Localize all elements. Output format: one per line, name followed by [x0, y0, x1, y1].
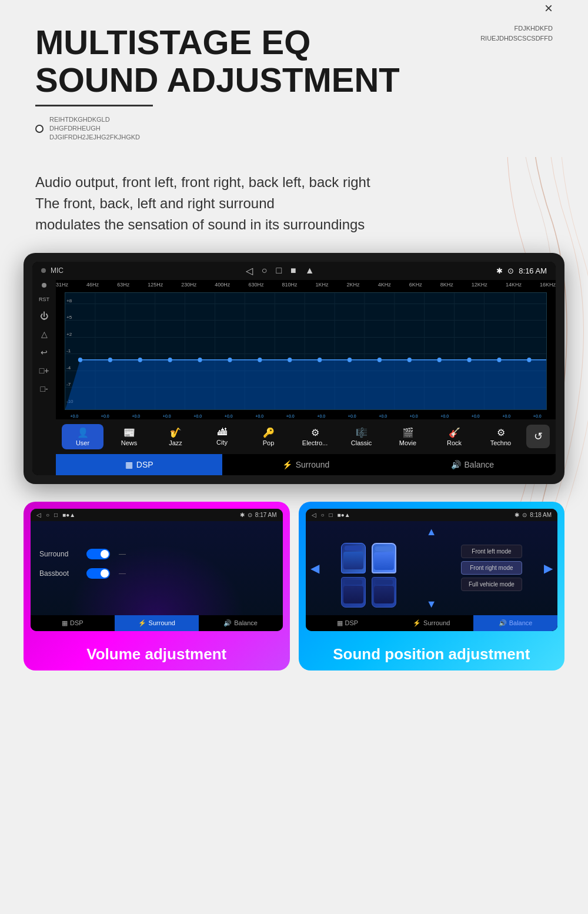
- front-right-mode-button[interactable]: Front right mode: [461, 561, 522, 575]
- svg-point-30: [527, 358, 531, 362]
- back-icon-left[interactable]: ◁: [36, 512, 41, 518]
- back-left-seat: [341, 577, 366, 608]
- description-text: Audio output, front left, front right, b…: [35, 172, 553, 235]
- panel-right-tab-balance[interactable]: 🔊 Balance: [473, 615, 557, 631]
- preset-user[interactable]: 👤 User: [62, 424, 103, 449]
- surround-value: —: [119, 550, 126, 558]
- back-sidebar-icon[interactable]: ↩: [41, 348, 48, 357]
- preset-pop[interactable]: 🔑 Pop: [248, 424, 289, 449]
- pr-balance-label: Balance: [509, 619, 533, 626]
- seat-head-active: [375, 546, 393, 551]
- status-left: MIC: [41, 266, 64, 275]
- svg-point-27: [437, 358, 442, 362]
- preset-electro[interactable]: ⚙ Electro...: [294, 424, 336, 449]
- tab-surround[interactable]: ⚡ Surround: [222, 454, 389, 475]
- panel-left-tab-dsp[interactable]: ▦ DSP: [31, 615, 115, 631]
- left-arrow[interactable]: ◀: [310, 561, 319, 575]
- preset-techno[interactable]: ⚙ Techno: [480, 424, 522, 449]
- freq-16khz: 16KHz: [540, 282, 556, 288]
- vol-down-icon[interactable]: □-: [40, 384, 48, 393]
- svg-point-20: [228, 358, 232, 362]
- sq-icon-left[interactable]: □: [54, 512, 58, 518]
- rst-label: RST: [39, 296, 49, 302]
- reset-button[interactable]: ↺: [526, 425, 550, 448]
- freq-46hz: 46Hz: [86, 282, 99, 288]
- close-button[interactable]: ×: [544, 0, 553, 16]
- preset-rock-label: Rock: [447, 439, 462, 446]
- back-seat-head2: [375, 580, 393, 585]
- square-icon[interactable]: □: [276, 265, 282, 276]
- panel-right-tab-dsp[interactable]: ▦ DSP: [306, 615, 390, 631]
- pr-surround-label: Surround: [423, 619, 450, 626]
- panel-volume: ◁ ○ □ ■●▲ ✱ ⊙ 8:17 AM Surround: [24, 502, 290, 671]
- surround-toggle-label: Surround: [39, 550, 81, 558]
- preset-news-label: News: [121, 439, 138, 446]
- city-icon: 🏙: [218, 427, 227, 438]
- right-arrow[interactable]: ▶: [544, 561, 553, 575]
- panel-left-status: ◁ ○ □ ■●▲ ✱ ⊙ 8:17 AM: [31, 509, 283, 521]
- full-vehicle-mode-button[interactable]: Full vehicle mode: [461, 578, 522, 591]
- home-icon-left[interactable]: ○: [46, 512, 49, 518]
- bluetooth-icon: ✱: [496, 266, 503, 275]
- main-eq-screen: MIC ◁ ○ □ ■ ▲ ✱ ⊙ 8:16 AM RST ⏻ △ ↩: [24, 253, 564, 484]
- time-display: 8:16 AM: [519, 266, 547, 275]
- tab-dsp[interactable]: ▦ DSP: [56, 454, 222, 475]
- main-content: 31Hz 46Hz 63Hz 125Hz 230Hz 400Hz 630Hz 8…: [56, 280, 556, 475]
- panel-right-status: ◁ ○ □ ■●▲ ✱ ⊙ 8:18 AM: [306, 509, 558, 521]
- front-right-seat: [372, 543, 396, 573]
- up-arrow[interactable]: ▲: [426, 526, 437, 538]
- home-icon-right[interactable]: ○: [321, 512, 325, 518]
- pr-surround-icon: ⚡: [413, 619, 421, 627]
- pl-surround-icon: ⚡: [138, 619, 146, 627]
- electro-icon: ⚙: [311, 427, 319, 438]
- top-right-text: FDJKHDKFD RIUEJDHDSCSCSDFFD: [480, 24, 553, 43]
- freq-labels: 31Hz 46Hz 63Hz 125Hz 230Hz 400Hz 630Hz 8…: [56, 280, 556, 289]
- down-arrow[interactable]: ▼: [426, 598, 437, 611]
- classic-icon: 🎼: [356, 427, 368, 438]
- map-icon[interactable]: ■: [290, 265, 296, 276]
- surround-toggle-knob: [101, 550, 109, 558]
- eq-value-row: +0.0 +0.0 +0.0 +0.0 +0.0 +0.0 +0.0 +0.0 …: [56, 413, 556, 419]
- sq-icon-right[interactable]: □: [329, 512, 333, 518]
- alert-icon[interactable]: ▲: [305, 265, 315, 276]
- panel-left-label: Volume adjustment: [24, 638, 290, 671]
- bt-icon-left: ✱: [240, 512, 245, 518]
- vol-up-icon[interactable]: □+: [39, 366, 49, 375]
- svg-point-15: [78, 358, 82, 362]
- bassboot-toggle[interactable]: [86, 568, 110, 579]
- surround-icon: ⚡: [282, 460, 292, 469]
- techno-icon: ⚙: [497, 427, 505, 438]
- home-sidebar-icon[interactable]: △: [41, 329, 48, 339]
- preset-city[interactable]: 🏙 City: [201, 424, 243, 449]
- svg-point-17: [138, 358, 142, 362]
- panel-left-tab-surround[interactable]: ⚡ Surround: [115, 615, 199, 631]
- preset-techno-label: Techno: [490, 439, 511, 446]
- preset-row: 👤 User 📰 News 🎷 Jazz 🏙 City: [56, 419, 556, 454]
- home-icon[interactable]: ○: [262, 265, 268, 276]
- preset-news[interactable]: 📰 News: [108, 424, 150, 449]
- svg-point-23: [318, 358, 322, 362]
- preset-classic[interactable]: 🎼 Classic: [340, 424, 382, 449]
- front-left-mode-button[interactable]: Front left mode: [461, 545, 522, 558]
- header-section: FDJKHDKFD RIUEJDHDSCSCSDFFD MULTISTAGE E…: [0, 0, 588, 157]
- preset-rock[interactable]: 🎸 Rock: [433, 424, 475, 449]
- panel-left-tab-balance[interactable]: 🔊 Balance: [199, 615, 283, 631]
- power-icon[interactable]: ⏻: [40, 311, 48, 321]
- panel-right-tab-surround[interactable]: ⚡ Surround: [389, 615, 473, 631]
- preset-pop-label: Pop: [263, 439, 275, 446]
- back-icon[interactable]: ◁: [246, 265, 253, 276]
- back-icon-right[interactable]: ◁: [312, 512, 316, 518]
- dsp-label: DSP: [136, 460, 153, 469]
- freq-63hz: 63Hz: [117, 282, 129, 288]
- tab-balance[interactable]: 🔊 Balance: [389, 454, 556, 475]
- surround-row: Surround —: [39, 549, 274, 559]
- preset-jazz[interactable]: 🎷 Jazz: [155, 424, 196, 449]
- preset-movie[interactable]: 🎬 Movie: [387, 424, 429, 449]
- panel-right-label: Sound position adjustment: [299, 638, 565, 671]
- svg-point-25: [377, 358, 382, 362]
- svg-point-21: [258, 358, 262, 362]
- eq-grid-section: +8 +5 +2 -1: [56, 289, 556, 413]
- dots-icon-left: ■●▲: [62, 512, 75, 518]
- surround-toggle[interactable]: [86, 549, 110, 559]
- preset-movie-label: Movie: [399, 439, 416, 446]
